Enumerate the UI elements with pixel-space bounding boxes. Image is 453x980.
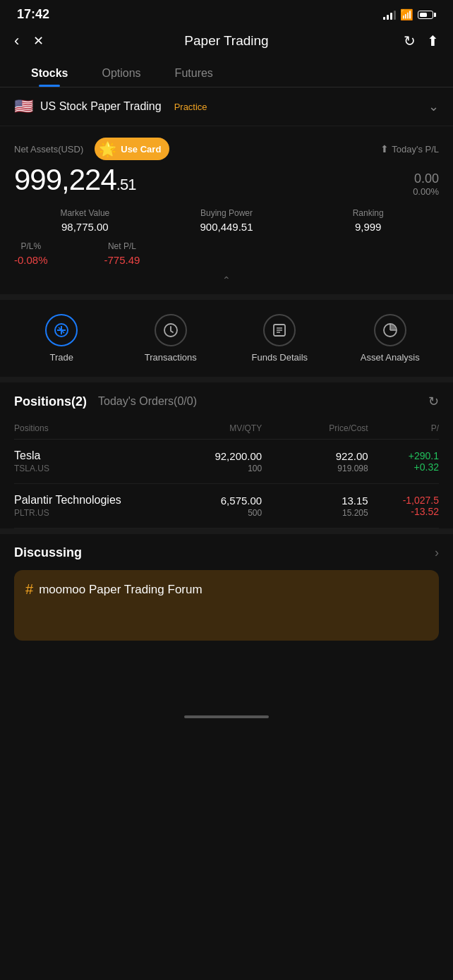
pl-percent-label: P/L% xyxy=(14,241,48,251)
forum-card[interactable]: # moomoo Paper Trading Forum xyxy=(14,570,439,641)
chevron-right-icon[interactable]: › xyxy=(435,545,439,560)
stock-name: Palantir Technologies xyxy=(14,494,156,507)
assets-row1: Net Assets(USD) 🌟 Use Card ⬆ Today's P/L xyxy=(14,138,439,160)
asset-analysis-icon xyxy=(374,314,406,346)
pl-row: P/L% -0.08% Net P/L -775.49 xyxy=(14,238,439,266)
status-time: 17:42 xyxy=(17,7,49,22)
positions-refresh-icon[interactable]: ↻ xyxy=(428,394,439,409)
use-card-button[interactable]: 🌟 Use Card xyxy=(95,138,169,160)
pl-value: -1,027.5 xyxy=(368,495,439,506)
positions-header: Positions(2) Today's Orders(0/0) ↻ xyxy=(14,394,439,409)
positions-section: Positions(2) Today's Orders(0/0) ↻ Posit… xyxy=(0,382,453,528)
status-icons: 📶 xyxy=(383,8,436,21)
account-header[interactable]: 🇺🇸 US Stock Paper Trading Practice ⌄ xyxy=(0,87,453,126)
assets-section: Net Assets(USD) 🌟 Use Card ⬆ Today's P/L… xyxy=(0,126,453,294)
transactions-action[interactable]: Transactions xyxy=(143,314,199,363)
price-col: 922.00 919.098 xyxy=(262,450,368,473)
signal-icon xyxy=(383,10,396,20)
stock-ticker: PLTR.US xyxy=(14,508,156,518)
forum-name: moomoo Paper Trading Forum xyxy=(39,583,203,597)
battery-icon xyxy=(418,11,436,19)
trade-icon xyxy=(45,314,78,346)
quick-actions: Trade Transactions Funds Details xyxy=(0,294,453,382)
mv-col: 6,575.00 500 xyxy=(156,495,262,518)
price-col: 13.15 15.205 xyxy=(262,495,368,518)
mv-col: 92,200.00 100 xyxy=(156,450,262,473)
use-card-label: Use Card xyxy=(121,144,161,155)
refresh-icon[interactable]: ↻ xyxy=(404,32,416,49)
today-pl-right: 0.00 0.00% xyxy=(413,171,439,197)
account-info: 🇺🇸 US Stock Paper Trading Practice xyxy=(14,97,207,116)
qty-value: 500 xyxy=(156,508,262,518)
table-row[interactable]: Palantir Technologies PLTR.US 6,575.00 5… xyxy=(14,484,439,528)
ranking-label: Ranking xyxy=(297,208,439,218)
back-icon[interactable]: ‹ xyxy=(14,32,19,50)
market-value: 98,775.00 xyxy=(14,221,156,233)
transactions-icon xyxy=(155,314,187,346)
share-icon[interactable]: ⬆ xyxy=(427,32,439,49)
net-pl-value: -775.49 xyxy=(104,254,140,266)
col-mv-qty: MV/QTY xyxy=(156,423,262,433)
chevron-down-icon: ⌄ xyxy=(428,99,439,114)
asset-analysis-action[interactable]: Asset Analysis xyxy=(361,314,420,363)
forum-title: # moomoo Paper Trading Forum xyxy=(25,581,428,598)
discussing-title: Discussing xyxy=(14,545,82,560)
positions-title: Positions(2) xyxy=(14,394,87,409)
bottom-spacer xyxy=(0,652,453,708)
table-row[interactable]: Tesla TSLA.US 92,200.00 100 922.00 919.0… xyxy=(14,440,439,484)
mv-value: 92,200.00 xyxy=(156,450,262,462)
discussing-header: Discussing › xyxy=(14,545,439,560)
tab-stocks[interactable]: Stocks xyxy=(14,59,85,87)
home-indicator xyxy=(0,708,453,724)
account-name: US Stock Paper Trading xyxy=(40,100,162,113)
tab-futures[interactable]: Futures xyxy=(158,59,230,87)
col-positions: Positions xyxy=(14,423,156,433)
upload-icon: ⬆ xyxy=(380,143,389,155)
mv-value: 6,575.00 xyxy=(156,495,262,507)
trade-label: Trade xyxy=(50,352,73,363)
trade-action[interactable]: Trade xyxy=(33,314,90,363)
pl-col: +290.1 +0.32 xyxy=(368,450,439,473)
discussing-section: Discussing › # moomoo Paper Trading Foru… xyxy=(0,528,453,652)
cost-value: 919.098 xyxy=(262,464,368,473)
price-value: 13.15 xyxy=(262,495,368,507)
tab-bar: Stocks Options Futures xyxy=(0,59,453,87)
today-pl-label: Today's P/L xyxy=(392,144,439,155)
home-bar xyxy=(184,715,269,718)
pl-pct-value: -13.52 xyxy=(368,506,439,517)
col-price-cost: Price/Cost xyxy=(262,423,368,433)
tab-options[interactable]: Options xyxy=(85,59,157,87)
table-header: Positions MV/QTY Price/Cost P/ xyxy=(14,418,439,440)
wifi-icon: 📶 xyxy=(400,8,413,21)
pl-col: -1,027.5 -13.52 xyxy=(368,495,439,517)
cost-value: 15.205 xyxy=(262,508,368,518)
price-value: 922.00 xyxy=(262,450,368,462)
today-pl-percent: 0.00% xyxy=(413,186,439,197)
pl-value: +290.1 xyxy=(368,450,439,461)
col-pl: P/ xyxy=(368,423,439,433)
status-bar: 17:42 📶 xyxy=(0,0,453,26)
transactions-label: Transactions xyxy=(145,352,197,363)
page-title: Paper Trading xyxy=(184,33,268,49)
net-value: 999,224.51 xyxy=(14,163,135,196)
card-emoji-icon: 🌟 xyxy=(99,140,116,157)
funds-details-action[interactable]: Funds Details xyxy=(251,314,308,363)
pl-percent-value: -0.08% xyxy=(14,254,48,266)
funds-details-icon xyxy=(263,314,296,346)
ranking-stat: Ranking 9,999 xyxy=(297,208,439,233)
funds-details-label: Funds Details xyxy=(252,352,308,363)
close-icon[interactable]: ✕ xyxy=(33,33,44,49)
collapse-button[interactable]: ⌃ xyxy=(14,272,439,287)
orders-tab[interactable]: Today's Orders(0/0) xyxy=(98,395,197,408)
net-assets-label: Net Assets(USD) xyxy=(14,144,83,155)
flag-icon: 🇺🇸 xyxy=(14,97,33,116)
ranking: 9,999 xyxy=(297,221,439,233)
stock-name-col: Palantir Technologies PLTR.US xyxy=(14,494,156,518)
nav-right: ↻ ⬆ xyxy=(404,32,439,49)
stock-name: Tesla xyxy=(14,449,156,462)
practice-badge: Practice xyxy=(174,102,207,112)
assets-main: 999,224.51 0.00 0.00% xyxy=(14,163,439,197)
nav-left: ‹ ✕ xyxy=(14,32,44,50)
buying-power-stat: Buying Power 900,449.51 xyxy=(156,208,298,233)
asset-analysis-label: Asset Analysis xyxy=(361,352,420,363)
